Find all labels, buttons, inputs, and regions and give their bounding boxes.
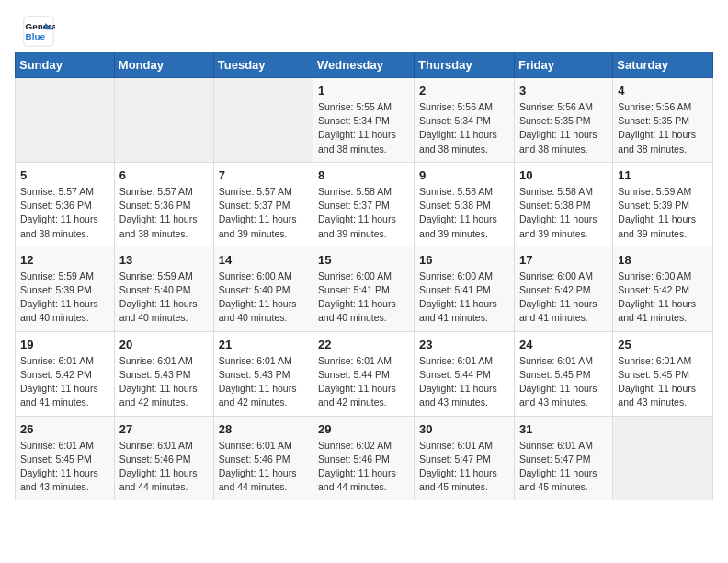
day-cell: 17Sunrise: 6:00 AM Sunset: 5:42 PM Dayli… <box>514 247 612 331</box>
day-info: Sunrise: 5:59 AM Sunset: 5:39 PM Dayligh… <box>20 270 109 326</box>
day-info: Sunrise: 5:55 AM Sunset: 5:34 PM Dayligh… <box>318 100 409 156</box>
day-info: Sunrise: 5:59 AM Sunset: 5:39 PM Dayligh… <box>618 185 708 241</box>
day-info: Sunrise: 6:00 AM Sunset: 5:40 PM Dayligh… <box>219 270 308 326</box>
day-cell: 3Sunrise: 5:56 AM Sunset: 5:35 PM Daylig… <box>514 78 612 163</box>
day-number: 29 <box>318 422 409 436</box>
day-cell: 5Sunrise: 5:57 AM Sunset: 5:36 PM Daylig… <box>16 162 115 247</box>
day-info: Sunrise: 6:01 AM Sunset: 5:47 PM Dayligh… <box>419 439 509 495</box>
day-info: Sunrise: 6:00 AM Sunset: 5:42 PM Dayligh… <box>618 270 708 326</box>
day-info: Sunrise: 6:01 AM Sunset: 5:45 PM Dayligh… <box>618 354 708 410</box>
day-number: 30 <box>419 422 509 436</box>
page-header: General Blue <box>0 0 728 52</box>
day-info: Sunrise: 6:01 AM Sunset: 5:47 PM Dayligh… <box>519 439 608 495</box>
day-number: 12 <box>20 253 109 267</box>
day-cell: 9Sunrise: 5:58 AM Sunset: 5:38 PM Daylig… <box>415 162 515 247</box>
day-info: Sunrise: 6:00 AM Sunset: 5:41 PM Dayligh… <box>419 270 509 326</box>
day-number: 4 <box>618 84 708 98</box>
day-number: 25 <box>618 338 708 351</box>
day-cell: 8Sunrise: 5:58 AM Sunset: 5:37 PM Daylig… <box>313 162 415 247</box>
week-row-4: 26Sunrise: 6:01 AM Sunset: 5:45 PM Dayli… <box>16 416 713 500</box>
day-cell: 10Sunrise: 5:58 AM Sunset: 5:38 PM Dayli… <box>514 162 612 247</box>
weekday-header-saturday: Saturday <box>613 52 713 78</box>
day-cell: 22Sunrise: 6:01 AM Sunset: 5:44 PM Dayli… <box>313 331 415 416</box>
day-cell: 11Sunrise: 5:59 AM Sunset: 5:39 PM Dayli… <box>613 162 713 247</box>
weekday-header-row: SundayMondayTuesdayWednesdayThursdayFrid… <box>16 52 713 78</box>
day-cell: 16Sunrise: 6:00 AM Sunset: 5:41 PM Dayli… <box>415 247 515 331</box>
day-cell <box>613 416 713 500</box>
day-cell: 27Sunrise: 6:01 AM Sunset: 5:46 PM Dayli… <box>114 416 213 500</box>
day-number: 6 <box>119 168 209 182</box>
week-row-0: 1Sunrise: 5:55 AM Sunset: 5:34 PM Daylig… <box>16 78 713 163</box>
day-cell: 4Sunrise: 5:56 AM Sunset: 5:35 PM Daylig… <box>613 78 713 163</box>
day-cell: 14Sunrise: 6:00 AM Sunset: 5:40 PM Dayli… <box>213 247 313 331</box>
day-info: Sunrise: 5:56 AM Sunset: 5:35 PM Dayligh… <box>519 100 608 156</box>
day-cell: 31Sunrise: 6:01 AM Sunset: 5:47 PM Dayli… <box>514 416 612 500</box>
day-info: Sunrise: 5:58 AM Sunset: 5:38 PM Dayligh… <box>519 185 608 241</box>
day-number: 1 <box>318 84 409 98</box>
day-cell: 18Sunrise: 6:00 AM Sunset: 5:42 PM Dayli… <box>613 247 713 331</box>
day-info: Sunrise: 6:00 AM Sunset: 5:42 PM Dayligh… <box>519 270 608 326</box>
day-info: Sunrise: 6:01 AM Sunset: 5:43 PM Dayligh… <box>119 354 209 410</box>
day-number: 2 <box>419 84 509 98</box>
day-number: 27 <box>119 422 209 436</box>
day-number: 31 <box>519 422 608 436</box>
day-info: Sunrise: 5:59 AM Sunset: 5:40 PM Dayligh… <box>119 270 209 326</box>
day-cell <box>213 78 313 163</box>
day-number: 15 <box>318 253 409 267</box>
day-number: 3 <box>519 84 608 98</box>
day-info: Sunrise: 5:58 AM Sunset: 5:37 PM Dayligh… <box>318 185 409 241</box>
day-info: Sunrise: 6:02 AM Sunset: 5:46 PM Dayligh… <box>318 439 409 495</box>
day-number: 10 <box>519 168 608 182</box>
day-cell: 2Sunrise: 5:56 AM Sunset: 5:34 PM Daylig… <box>415 78 515 163</box>
day-info: Sunrise: 6:01 AM Sunset: 5:43 PM Dayligh… <box>219 354 308 410</box>
logo-icon: General Blue <box>22 15 55 48</box>
day-info: Sunrise: 6:01 AM Sunset: 5:45 PM Dayligh… <box>20 439 109 495</box>
day-cell: 26Sunrise: 6:01 AM Sunset: 5:45 PM Dayli… <box>16 416 115 500</box>
day-number: 24 <box>519 338 608 351</box>
day-info: Sunrise: 6:01 AM Sunset: 5:45 PM Dayligh… <box>519 354 608 410</box>
day-cell: 20Sunrise: 6:01 AM Sunset: 5:43 PM Dayli… <box>114 331 213 416</box>
day-info: Sunrise: 5:57 AM Sunset: 5:36 PM Dayligh… <box>20 185 109 241</box>
day-cell: 23Sunrise: 6:01 AM Sunset: 5:44 PM Dayli… <box>415 331 515 416</box>
day-number: 21 <box>219 338 308 351</box>
day-number: 22 <box>318 338 409 351</box>
weekday-header-tuesday: Tuesday <box>213 52 313 78</box>
day-cell: 6Sunrise: 5:57 AM Sunset: 5:36 PM Daylig… <box>114 162 213 247</box>
day-cell: 19Sunrise: 6:01 AM Sunset: 5:42 PM Dayli… <box>16 331 115 416</box>
day-cell: 12Sunrise: 5:59 AM Sunset: 5:39 PM Dayli… <box>16 247 115 331</box>
day-number: 5 <box>20 168 109 182</box>
day-info: Sunrise: 6:01 AM Sunset: 5:44 PM Dayligh… <box>419 354 509 410</box>
day-info: Sunrise: 6:01 AM Sunset: 5:46 PM Dayligh… <box>219 439 308 495</box>
day-cell: 1Sunrise: 5:55 AM Sunset: 5:34 PM Daylig… <box>313 78 415 163</box>
day-info: Sunrise: 5:56 AM Sunset: 5:34 PM Dayligh… <box>419 100 509 156</box>
svg-text:Blue: Blue <box>26 31 46 41</box>
day-number: 11 <box>618 168 708 182</box>
day-cell <box>114 78 213 163</box>
day-number: 23 <box>419 338 509 351</box>
day-info: Sunrise: 5:57 AM Sunset: 5:37 PM Dayligh… <box>219 185 308 241</box>
day-info: Sunrise: 5:58 AM Sunset: 5:38 PM Dayligh… <box>419 185 509 241</box>
day-cell: 25Sunrise: 6:01 AM Sunset: 5:45 PM Dayli… <box>613 331 713 416</box>
day-number: 18 <box>618 253 708 267</box>
day-number: 16 <box>419 253 509 267</box>
day-cell: 15Sunrise: 6:00 AM Sunset: 5:41 PM Dayli… <box>313 247 415 331</box>
day-number: 17 <box>519 253 608 267</box>
week-row-3: 19Sunrise: 6:01 AM Sunset: 5:42 PM Dayli… <box>16 331 713 416</box>
day-number: 14 <box>219 253 308 267</box>
day-number: 28 <box>219 422 308 436</box>
day-info: Sunrise: 5:57 AM Sunset: 5:36 PM Dayligh… <box>119 185 209 241</box>
week-row-1: 5Sunrise: 5:57 AM Sunset: 5:36 PM Daylig… <box>16 162 713 247</box>
day-number: 9 <box>419 168 509 182</box>
day-info: Sunrise: 6:01 AM Sunset: 5:44 PM Dayligh… <box>318 354 409 410</box>
day-number: 26 <box>20 422 109 436</box>
day-cell: 29Sunrise: 6:02 AM Sunset: 5:46 PM Dayli… <box>313 416 415 500</box>
day-info: Sunrise: 5:56 AM Sunset: 5:35 PM Dayligh… <box>618 100 708 156</box>
weekday-header-sunday: Sunday <box>16 52 115 78</box>
day-cell: 13Sunrise: 5:59 AM Sunset: 5:40 PM Dayli… <box>114 247 213 331</box>
day-info: Sunrise: 6:01 AM Sunset: 5:46 PM Dayligh… <box>119 439 209 495</box>
day-cell: 24Sunrise: 6:01 AM Sunset: 5:45 PM Dayli… <box>514 331 612 416</box>
calendar-wrap: SundayMondayTuesdayWednesdayThursdayFrid… <box>0 52 728 515</box>
day-number: 8 <box>318 168 409 182</box>
day-number: 7 <box>219 168 308 182</box>
day-cell: 21Sunrise: 6:01 AM Sunset: 5:43 PM Dayli… <box>213 331 313 416</box>
